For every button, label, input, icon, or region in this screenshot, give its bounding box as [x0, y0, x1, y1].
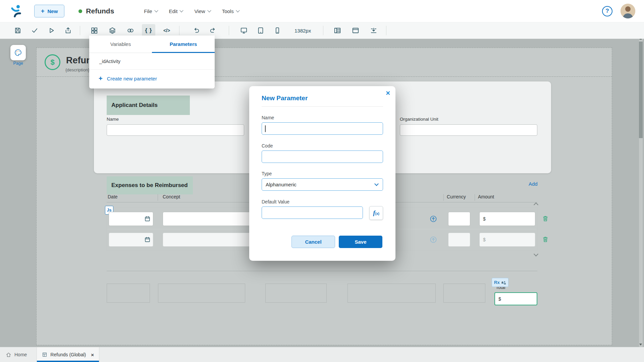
column-divider [158, 194, 158, 201]
menu-view[interactable]: View [194, 8, 210, 14]
param-type-select[interactable]: Alphanumeric [262, 178, 383, 191]
play-icon [48, 27, 55, 34]
summary-cell[interactable] [158, 284, 245, 303]
window-icon [352, 27, 359, 34]
user-avatar[interactable] [621, 4, 635, 18]
parameters-button[interactable]: { } [142, 24, 155, 37]
new-button[interactable]: + New [34, 5, 64, 17]
parameter-item-idactivity[interactable]: _idActivity [89, 53, 215, 70]
param-code-label: Code [262, 143, 273, 148]
section-title-expenses[interactable]: Expenses to be Reimbursed [107, 176, 193, 194]
app-logo-icon[interactable] [9, 3, 25, 19]
align-bottom-icon [370, 27, 377, 34]
applicant-title-label: Applicant Details [111, 102, 158, 109]
org-unit-input[interactable] [400, 124, 537, 136]
tablet-view-button[interactable] [254, 24, 267, 37]
currency-input[interactable] [448, 212, 470, 226]
param-type-value: Alphanumeric [266, 182, 297, 187]
redo-button[interactable] [206, 24, 220, 37]
attachment-upload-icon[interactable] [429, 215, 437, 223]
scrollbar-thumb[interactable] [639, 42, 643, 138]
chevron-down-icon [374, 182, 379, 186]
date-input[interactable] [109, 212, 153, 226]
variables-tab[interactable]: Variables [89, 36, 152, 53]
currency-input[interactable] [448, 233, 470, 247]
panel-layout-button[interactable] [331, 24, 344, 37]
summary-cell[interactable] [265, 284, 327, 303]
save-button-modal[interactable]: Save [339, 236, 382, 248]
param-code-input[interactable] [262, 150, 383, 163]
run-button[interactable] [45, 24, 58, 37]
align-button[interactable] [367, 24, 380, 37]
name-field-input[interactable] [107, 124, 244, 136]
check-icon [31, 27, 38, 34]
column-header-amount: Amount [478, 194, 494, 199]
vertical-scrollbar[interactable] [639, 36, 643, 347]
delete-row-trash-icon[interactable] [542, 215, 549, 222]
menu-tools-label: Tools [222, 8, 234, 14]
column-divider [443, 194, 444, 201]
layers-button[interactable] [106, 24, 119, 37]
code-icon: </> [163, 28, 170, 33]
calendar-icon[interactable] [144, 216, 151, 222]
parameters-tab[interactable]: Parameters [152, 36, 215, 53]
data-binding-button[interactable] [124, 24, 137, 37]
param-name-input[interactable] [262, 122, 383, 135]
menu-file[interactable]: File [144, 8, 157, 14]
active-tab-underline [152, 52, 215, 53]
concept-input[interactable] [163, 233, 251, 247]
phone-view-button[interactable] [271, 24, 284, 37]
export-button[interactable] [61, 24, 75, 37]
modal-title-divider [262, 106, 383, 107]
add-row-link[interactable]: Add [529, 181, 538, 187]
amount-prefix: $ [483, 237, 486, 242]
amount-input[interactable]: $ [479, 212, 535, 226]
total-input[interactable]: $ [494, 292, 537, 305]
default-value-input[interactable] [262, 206, 363, 219]
tab-close-button[interactable]: × [91, 352, 94, 358]
widgets-button[interactable] [88, 24, 101, 37]
canvas-width-label: 1382px [294, 28, 311, 34]
desktop-view-button[interactable] [237, 24, 251, 37]
help-button[interactable]: ? [602, 6, 612, 16]
amount-input[interactable]: $ [479, 233, 535, 247]
date-input[interactable] [109, 233, 153, 247]
delete-row-trash-icon[interactable] [542, 236, 549, 243]
name-field-label: Name [107, 117, 119, 122]
menu-tools[interactable]: Tools [222, 8, 239, 14]
plus-icon: + [41, 8, 45, 14]
new-button-label: New [48, 8, 58, 14]
calendar-icon[interactable] [144, 236, 151, 243]
summary-divider [107, 271, 537, 271]
scroll-up-chevron[interactable] [534, 202, 538, 207]
menu-edit[interactable]: Edit [169, 8, 183, 14]
toolbar-separator [323, 26, 323, 35]
page-tool-button[interactable] [10, 45, 26, 60]
save-icon [14, 27, 21, 34]
bottom-tab-bar: Home Refunds (Global) × [0, 347, 644, 362]
attachment-upload-icon[interactable] [429, 236, 437, 244]
create-parameter-link[interactable]: + Create new parameter [89, 70, 215, 87]
form-doc-icon [42, 352, 47, 357]
save-button[interactable] [11, 24, 24, 37]
rx-badge[interactable]: Rx a x [492, 278, 508, 287]
cancel-button[interactable]: Cancel [291, 236, 335, 248]
home-tab[interactable]: Home [0, 347, 33, 362]
undo-button[interactable] [190, 24, 203, 37]
summary-cell[interactable] [107, 284, 150, 303]
scrollbar-down-arrow[interactable] [639, 344, 642, 346]
modal-close-button[interactable]: × [386, 89, 390, 98]
document-tab-refunds-global[interactable]: Refunds (Global) × [37, 347, 99, 362]
variables-tab-label: Variables [110, 41, 131, 47]
fx-expression-button[interactable]: f (x) [369, 206, 383, 220]
validate-button[interactable] [28, 24, 41, 37]
window-layout-button[interactable] [349, 24, 362, 37]
fx-sub-label: (x) [375, 212, 379, 216]
scroll-down-chevron[interactable] [534, 252, 538, 256]
summary-cell[interactable] [443, 284, 485, 303]
summary-cell[interactable] [347, 284, 436, 303]
concept-input[interactable] [163, 212, 251, 226]
section-title-applicant[interactable]: Applicant Details [107, 96, 190, 115]
create-parameter-label: Create new parameter [107, 76, 157, 81]
code-button[interactable]: </> [160, 24, 173, 37]
